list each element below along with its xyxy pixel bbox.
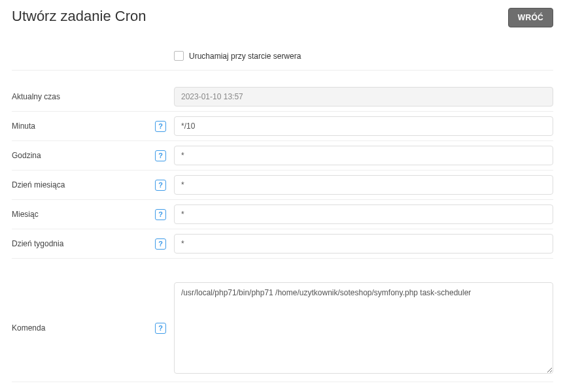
back-button[interactable]: WRÓĆ (508, 8, 553, 27)
page-title: Utwórz zadanie Cron (12, 8, 146, 25)
help-icon[interactable]: ? (155, 209, 166, 220)
month-input[interactable] (174, 204, 553, 224)
current-time-value: 2023-01-10 13:57 (174, 87, 553, 106)
help-icon[interactable]: ? (155, 121, 166, 132)
month-label: Miesiąc (12, 210, 155, 219)
command-textarea[interactable] (174, 282, 553, 374)
help-icon[interactable]: ? (155, 150, 166, 161)
startup-checkbox-label: Uruchamiaj przy starcie serwera (189, 52, 301, 61)
help-icon[interactable]: ? (155, 180, 166, 191)
dom-label: Dzień miesiąca (12, 180, 155, 189)
hour-label: Godzina (12, 151, 155, 160)
help-icon[interactable]: ? (155, 323, 166, 334)
dow-input[interactable] (174, 234, 553, 253)
minute-label: Minuta (12, 122, 155, 131)
current-time-label: Aktualny czas (12, 92, 166, 101)
dow-label: Dzień tygodnia (12, 239, 155, 248)
startup-checkbox-wrap[interactable]: Uruchamiaj przy starcie serwera (174, 51, 301, 61)
dom-input[interactable] (174, 175, 553, 195)
minute-input[interactable] (174, 116, 553, 136)
help-icon[interactable]: ? (155, 238, 166, 250)
hour-input[interactable] (174, 146, 553, 165)
command-label: Komenda (12, 323, 155, 333)
startup-checkbox[interactable] (174, 51, 184, 61)
